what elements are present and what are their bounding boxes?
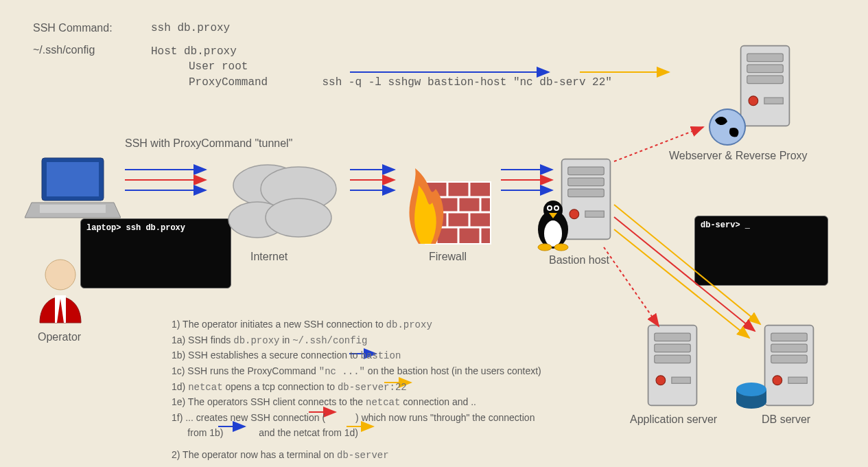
- svg-point-29: [544, 220, 562, 247]
- globe-icon: [707, 106, 748, 148]
- svg-rect-2: [40, 205, 106, 213]
- operator-label: Operator: [38, 331, 81, 343]
- dbserver-label: DB server: [762, 413, 810, 426]
- svg-point-3: [45, 260, 75, 290]
- svg-rect-46: [655, 344, 691, 352]
- svg-rect-39: [747, 65, 784, 72]
- config-line-proxycmd-val: ssh -q -l sshgw bastion-host "nc db-serv…: [322, 76, 611, 89]
- svg-rect-23: [568, 167, 605, 174]
- svg-rect-24: [568, 178, 605, 185]
- config-line-host: Host db.proxy: [151, 44, 612, 59]
- svg-point-7: [266, 198, 331, 237]
- dbserver-terminal: db-serv> _: [694, 216, 828, 286]
- svg-point-34: [555, 207, 558, 209]
- svg-point-48: [656, 376, 666, 385]
- svg-rect-53: [771, 355, 808, 363]
- svg-rect-52: [771, 344, 808, 352]
- svg-point-58: [736, 383, 766, 396]
- svg-rect-55: [788, 377, 807, 383]
- bastion-label: Bastion host: [549, 254, 609, 266]
- config-line-proxycmd-key: ProxyCommand: [189, 76, 268, 89]
- svg-rect-45: [655, 333, 691, 341]
- dbserver-icon: [762, 321, 817, 410]
- svg-rect-47: [655, 355, 691, 363]
- tux-icon: [532, 199, 574, 253]
- svg-rect-42: [764, 98, 783, 104]
- laptop-terminal: laptop> ssh db.proxy: [80, 218, 231, 288]
- svg-rect-49: [672, 377, 690, 383]
- steps-block: 1) The operator initiates a new SSH conn…: [172, 317, 611, 463]
- svg-rect-27: [585, 211, 604, 217]
- svg-rect-38: [747, 54, 784, 61]
- svg-line-71: [604, 247, 659, 326]
- svg-rect-1: [47, 162, 99, 196]
- tunnel-label: SSH with ProxyCommand "tunnel": [125, 137, 292, 150]
- firewall-label: Firewall: [429, 251, 467, 263]
- internet-label: Internet: [250, 251, 288, 263]
- svg-point-54: [773, 376, 782, 385]
- svg-rect-51: [771, 333, 808, 341]
- svg-point-36: [554, 244, 568, 251]
- operator-icon: [33, 247, 88, 330]
- appserver-icon: [645, 321, 700, 410]
- ssh-command-value: ssh db.proxy: [151, 22, 230, 34]
- config-path-label: ~/.ssh/config: [33, 44, 95, 56]
- ssh-command-label: SSH Command:: [33, 22, 113, 34]
- db-cylinder-icon: [734, 381, 769, 410]
- svg-point-35: [538, 244, 552, 251]
- firewall-icon: [398, 161, 494, 251]
- appserver-label: Application server: [630, 413, 717, 426]
- svg-rect-25: [568, 189, 605, 196]
- laptop-icon: [25, 155, 121, 223]
- cloud-icon: [220, 155, 343, 244]
- svg-point-41: [749, 96, 758, 106]
- svg-rect-40: [747, 76, 784, 83]
- svg-point-32: [548, 207, 551, 209]
- webserver-label: Webserver & Reverse Proxy: [669, 150, 808, 162]
- config-line-user: User root: [151, 59, 612, 74]
